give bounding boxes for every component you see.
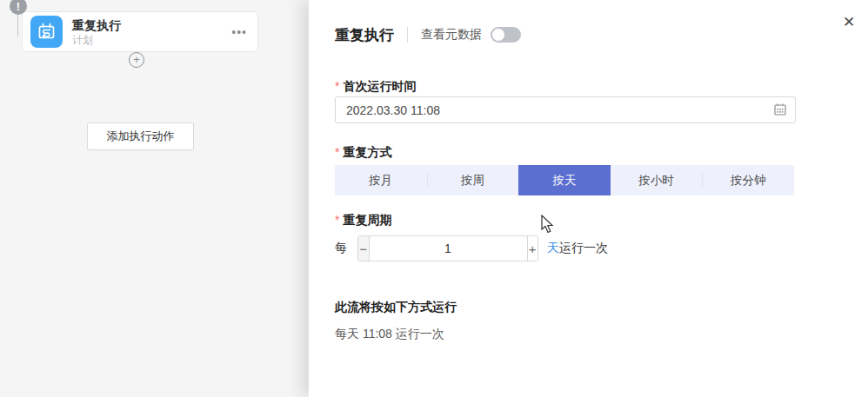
- segment-by-day[interactable]: 按天: [518, 165, 611, 195]
- node-subtitle: 计划: [72, 34, 231, 47]
- schedule-node-card[interactable]: 重复执行 计划 •••: [22, 11, 258, 52]
- header-divider: [407, 27, 408, 43]
- cycle-stepper: − +: [357, 235, 538, 261]
- node-config-drawer: ✕ 重复执行 查看元数据 *首次运行时间: [309, 0, 868, 397]
- segment-by-month[interactable]: 按月: [335, 165, 427, 195]
- app-window: ! 重复执行 计划 ••• + 添加执行动作 ✕: [0, 0, 868, 397]
- summary-heading: 此流将按如下方式运行: [335, 300, 842, 315]
- cycle-prefix-label: 每: [335, 241, 347, 256]
- stepper-minus-button[interactable]: −: [358, 236, 370, 261]
- drawer-header: 重复执行 查看元数据: [335, 0, 842, 45]
- drawer-title: 重复执行: [335, 25, 394, 45]
- stepper-plus-button[interactable]: +: [527, 236, 538, 261]
- add-node-plus-icon[interactable]: +: [129, 52, 144, 68]
- cycle-unit-label: 天: [547, 241, 559, 256]
- cycle-suffix-label: 运行一次: [559, 241, 608, 256]
- node-more-menu-icon[interactable]: •••: [231, 25, 247, 39]
- first-run-time-label: *首次运行时间: [335, 77, 842, 95]
- node-connector-line: [17, 14, 18, 36]
- schedule-calendar-icon: [30, 16, 63, 48]
- repeat-cycle-row: 每 − + 天 运行一次: [335, 235, 842, 261]
- calendar-icon[interactable]: [773, 103, 787, 120]
- toggle-knob: [492, 29, 504, 41]
- segment-by-minute[interactable]: 按分钟: [702, 165, 794, 195]
- close-icon[interactable]: ✕: [840, 14, 858, 31]
- summary-text: 每天 11:08 运行一次: [335, 327, 842, 342]
- required-asterisk: *: [335, 79, 339, 93]
- required-asterisk: *: [335, 145, 339, 159]
- segment-by-hour[interactable]: 按小时: [611, 165, 703, 195]
- view-metadata-label: 查看元数据: [421, 27, 482, 43]
- view-metadata-toggle[interactable]: [491, 27, 521, 43]
- add-action-button[interactable]: 添加执行动作: [87, 122, 194, 150]
- cycle-value-input[interactable]: [370, 236, 527, 261]
- required-asterisk: *: [335, 213, 339, 227]
- repeat-cycle-label: *重复周期: [335, 211, 842, 228]
- repeat-mode-label: *重复方式: [335, 143, 842, 161]
- segment-by-week[interactable]: 按周: [427, 165, 519, 195]
- first-run-time-input[interactable]: [335, 96, 796, 123]
- node-text-block: 重复执行 计划: [72, 17, 231, 47]
- repeat-mode-segmented-control: 按月 按周 按天 按小时 按分钟: [335, 165, 794, 195]
- node-title: 重复执行: [72, 17, 231, 33]
